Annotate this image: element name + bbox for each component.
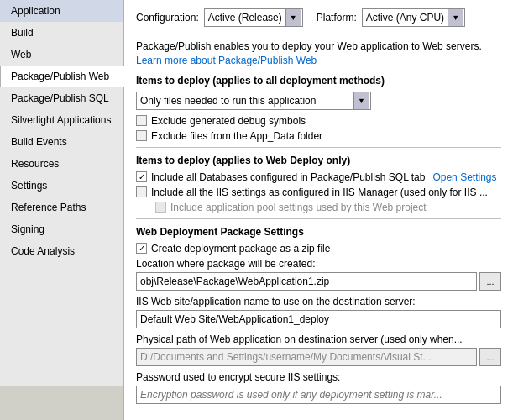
description-block: Package/Publish enables you to deploy yo… bbox=[136, 39, 501, 68]
description-link[interactable]: Learn more about Package/Publish Web bbox=[136, 55, 317, 66]
checkbox-exclude-appdata-box[interactable] bbox=[136, 130, 147, 141]
checkbox-include-apppool-box[interactable] bbox=[155, 202, 166, 213]
main-content: Configuration: Active (Release) ▼ Platfo… bbox=[124, 0, 513, 420]
sidebar-item-package-publish-web[interactable]: Package/Publish Web bbox=[0, 66, 124, 87]
section2-title: Items to deploy (applies to Web Deploy o… bbox=[136, 155, 501, 166]
description-text: Package/Publish enables you to deploy yo… bbox=[136, 40, 482, 52]
platform-group: Platform: Active (Any CPU) ▼ bbox=[317, 8, 465, 27]
sidebar-item-build-events[interactable]: Build Events bbox=[0, 131, 123, 153]
checkbox-exclude-appdata: Exclude files from the App_Data folder bbox=[136, 130, 501, 142]
checkbox-include-databases-label: Include all Databases configured in Pack… bbox=[151, 171, 425, 183]
physical-label: Physical path of Web application on dest… bbox=[136, 333, 501, 345]
location-input[interactable] bbox=[136, 272, 477, 291]
checkbox-include-databases: Include all Databases configured in Pack… bbox=[136, 171, 501, 183]
checkbox-include-iis-box[interactable] bbox=[136, 186, 147, 197]
checkbox-exclude-appdata-label: Exclude files from the App_Data folder bbox=[151, 130, 322, 142]
physical-input-group: ... bbox=[136, 348, 501, 366]
platform-select[interactable]: Active (Any CPU) ▼ bbox=[362, 8, 465, 27]
sidebar-item-settings[interactable]: Settings bbox=[0, 175, 123, 197]
platform-value: Active (Any CPU) bbox=[366, 12, 444, 24]
deploy-option-row: Only files needed to run this applicatio… bbox=[136, 92, 501, 110]
platform-label: Platform: bbox=[317, 12, 357, 24]
section2-divider bbox=[136, 147, 501, 148]
configuration-label: Configuration: bbox=[136, 12, 199, 24]
open-settings-link[interactable]: Open Settings bbox=[432, 171, 496, 183]
section3-divider bbox=[136, 218, 501, 219]
iis-row: IIS Web site/application name to use on … bbox=[136, 296, 501, 328]
configuration-arrow-icon: ▼ bbox=[285, 9, 301, 26]
location-label: Location where package will be created: bbox=[136, 258, 501, 270]
checkbox-include-databases-box[interactable] bbox=[136, 171, 147, 182]
checkbox-include-apppool: Include application pool settings used b… bbox=[136, 202, 501, 213]
checkbox-create-zip-label: Create deployment package as a zip file bbox=[151, 243, 330, 255]
checkbox-include-iis-label: Include all the IIS settings as configur… bbox=[151, 186, 488, 198]
sidebar-item-signing[interactable]: Signing bbox=[0, 218, 123, 240]
checkbox-exclude-debug: Exclude generated debug symbols bbox=[136, 115, 501, 127]
physical-row: Physical path of Web application on dest… bbox=[136, 333, 501, 366]
physical-input[interactable] bbox=[136, 348, 477, 366]
location-row: Location where package will be created: … bbox=[136, 258, 501, 291]
configuration-select[interactable]: Active (Release) ▼ bbox=[204, 8, 303, 27]
checkbox-exclude-debug-label: Exclude generated debug symbols bbox=[151, 115, 306, 127]
password-input-group bbox=[136, 386, 501, 404]
password-input[interactable] bbox=[136, 386, 501, 404]
password-row: Password used to encrypt secure IIS sett… bbox=[136, 371, 501, 404]
iis-label: IIS Web site/application name to use on … bbox=[136, 296, 501, 307]
iis-input-group bbox=[136, 310, 501, 328]
platform-arrow-icon: ▼ bbox=[448, 9, 463, 26]
section1-title: Items to deploy (applies to all deployme… bbox=[136, 75, 501, 87]
checkbox-include-apppool-label: Include application pool settings used b… bbox=[170, 202, 427, 213]
location-browse-button[interactable]: ... bbox=[479, 272, 501, 291]
sidebar-item-silverlight-applications[interactable]: Silverlight Applications bbox=[0, 109, 123, 131]
top-divider bbox=[136, 34, 501, 34]
checkbox-create-zip: Create deployment package as a zip file bbox=[136, 243, 501, 255]
sidebar: Application Build Web Package/Publish We… bbox=[0, 0, 124, 420]
section3-title: Web Deployment Package Settings bbox=[136, 226, 501, 238]
sidebar-bottom-decoration bbox=[0, 386, 123, 420]
configuration-group: Configuration: Active (Release) ▼ bbox=[136, 8, 303, 27]
deploy-option-value: Only files needed to run this applicatio… bbox=[140, 95, 353, 107]
physical-browse-button[interactable]: ... bbox=[479, 348, 501, 366]
password-label: Password used to encrypt secure IIS sett… bbox=[136, 371, 501, 383]
sidebar-item-package-publish-sql[interactable]: Package/Publish SQL bbox=[0, 87, 123, 109]
sidebar-item-application[interactable]: Application bbox=[0, 0, 123, 22]
top-bar: Configuration: Active (Release) ▼ Platfo… bbox=[136, 8, 501, 27]
deploy-option-select[interactable]: Only files needed to run this applicatio… bbox=[136, 92, 371, 110]
sidebar-item-code-analysis[interactable]: Code Analysis bbox=[0, 240, 123, 262]
checkbox-exclude-debug-box[interactable] bbox=[136, 115, 147, 126]
configuration-value: Active (Release) bbox=[208, 12, 282, 24]
checkbox-create-zip-box[interactable] bbox=[136, 243, 147, 254]
sidebar-item-reference-paths[interactable]: Reference Paths bbox=[0, 197, 123, 218]
sidebar-item-build[interactable]: Build bbox=[0, 22, 123, 44]
sidebar-item-resources[interactable]: Resources bbox=[0, 153, 123, 175]
sidebar-item-web[interactable]: Web bbox=[0, 44, 123, 66]
iis-input[interactable] bbox=[136, 310, 501, 328]
deploy-option-arrow-icon: ▼ bbox=[353, 92, 369, 109]
checkbox-include-iis: Include all the IIS settings as configur… bbox=[136, 186, 501, 198]
location-input-group: ... bbox=[136, 272, 501, 291]
